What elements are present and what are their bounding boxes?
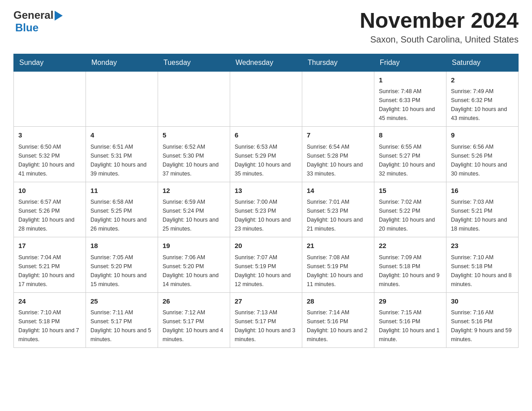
- calendar-cell: 12Sunrise: 6:59 AMSunset: 5:24 PMDayligh…: [158, 182, 230, 237]
- calendar-cell: [158, 71, 230, 127]
- day-number: 3: [18, 130, 81, 141]
- calendar-cell: [86, 71, 158, 127]
- calendar-cell: 27Sunrise: 7:13 AMSunset: 5:17 PMDayligh…: [230, 292, 302, 348]
- svg-marker-0: [55, 11, 63, 21]
- page-header: General Blue November 2024 Saxon, South …: [13, 9, 519, 45]
- day-number: 24: [18, 296, 81, 307]
- day-info: Sunrise: 6:55 AMSunset: 5:27 PMDaylight:…: [379, 142, 442, 178]
- calendar-cell: 23Sunrise: 7:10 AMSunset: 5:18 PMDayligh…: [446, 237, 519, 293]
- column-header-sunday: Sunday: [14, 54, 86, 71]
- calendar-cell: 3Sunrise: 6:50 AMSunset: 5:32 PMDaylight…: [14, 127, 86, 182]
- column-header-wednesday: Wednesday: [230, 54, 302, 71]
- day-info: Sunrise: 7:10 AMSunset: 5:18 PMDaylight:…: [18, 308, 81, 344]
- column-header-thursday: Thursday: [302, 54, 374, 71]
- day-number: 8: [379, 130, 442, 141]
- day-number: 17: [18, 241, 81, 251]
- day-number: 12: [163, 186, 225, 196]
- day-info: Sunrise: 7:15 AMSunset: 5:16 PMDaylight:…: [379, 308, 442, 344]
- day-info: Sunrise: 7:49 AMSunset: 6:32 PMDaylight:…: [451, 87, 514, 123]
- calendar-cell: 21Sunrise: 7:08 AMSunset: 5:19 PMDayligh…: [302, 237, 374, 293]
- day-info: Sunrise: 7:10 AMSunset: 5:18 PMDaylight:…: [451, 253, 514, 289]
- calendar-week-row: 17Sunrise: 7:04 AMSunset: 5:21 PMDayligh…: [14, 237, 519, 293]
- calendar-cell: [302, 71, 374, 127]
- day-info: Sunrise: 7:00 AMSunset: 5:23 PMDaylight:…: [235, 197, 297, 233]
- calendar-cell: 29Sunrise: 7:15 AMSunset: 5:16 PMDayligh…: [374, 292, 446, 348]
- calendar-cell: 14Sunrise: 7:01 AMSunset: 5:23 PMDayligh…: [302, 182, 374, 237]
- calendar-cell: 4Sunrise: 6:51 AMSunset: 5:31 PMDaylight…: [86, 127, 158, 182]
- calendar-cell: 15Sunrise: 7:02 AMSunset: 5:22 PMDayligh…: [374, 182, 446, 237]
- calendar-cell: 13Sunrise: 7:00 AMSunset: 5:23 PMDayligh…: [230, 182, 302, 237]
- calendar-table: SundayMondayTuesdayWednesdayThursdayFrid…: [13, 54, 519, 348]
- day-number: 23: [451, 241, 514, 251]
- day-number: 2: [451, 75, 514, 86]
- day-info: Sunrise: 6:59 AMSunset: 5:24 PMDaylight:…: [163, 197, 225, 233]
- day-number: 28: [307, 296, 369, 307]
- day-number: 29: [379, 296, 442, 307]
- day-number: 16: [451, 186, 514, 196]
- calendar-cell: 16Sunrise: 7:03 AMSunset: 5:21 PMDayligh…: [446, 182, 519, 237]
- calendar-cell: 18Sunrise: 7:05 AMSunset: 5:20 PMDayligh…: [86, 237, 158, 293]
- day-info: Sunrise: 7:06 AMSunset: 5:20 PMDaylight:…: [163, 253, 225, 289]
- day-number: 15: [379, 186, 442, 196]
- day-info: Sunrise: 6:56 AMSunset: 5:26 PMDaylight:…: [451, 142, 514, 178]
- month-title: November 2024: [360, 9, 519, 33]
- day-number: 18: [90, 241, 153, 251]
- day-info: Sunrise: 7:11 AMSunset: 5:17 PMDaylight:…: [90, 308, 153, 344]
- calendar-cell: 8Sunrise: 6:55 AMSunset: 5:27 PMDaylight…: [374, 127, 446, 182]
- calendar-cell: 9Sunrise: 6:56 AMSunset: 5:26 PMDaylight…: [446, 127, 519, 182]
- calendar-header-row: SundayMondayTuesdayWednesdayThursdayFrid…: [14, 54, 519, 71]
- calendar-cell: 5Sunrise: 6:52 AMSunset: 5:30 PMDaylight…: [158, 127, 230, 182]
- calendar-week-row: 24Sunrise: 7:10 AMSunset: 5:18 PMDayligh…: [14, 292, 519, 348]
- calendar-cell: [14, 71, 86, 127]
- day-number: 9: [451, 130, 514, 141]
- day-number: 14: [307, 186, 369, 196]
- calendar-week-row: 3Sunrise: 6:50 AMSunset: 5:32 PMDaylight…: [14, 127, 519, 182]
- day-number: 10: [18, 186, 81, 196]
- day-info: Sunrise: 6:53 AMSunset: 5:29 PMDaylight:…: [235, 142, 297, 178]
- calendar-cell: 1Sunrise: 7:48 AMSunset: 6:33 PMDaylight…: [374, 71, 446, 127]
- day-number: 26: [163, 296, 225, 307]
- day-info: Sunrise: 6:54 AMSunset: 5:28 PMDaylight:…: [307, 142, 369, 178]
- calendar-cell: 26Sunrise: 7:12 AMSunset: 5:17 PMDayligh…: [158, 292, 230, 348]
- calendar-cell: 20Sunrise: 7:07 AMSunset: 5:19 PMDayligh…: [230, 237, 302, 293]
- day-info: Sunrise: 7:12 AMSunset: 5:17 PMDaylight:…: [163, 308, 225, 344]
- day-number: 21: [307, 241, 369, 251]
- logo-triangle-icon: [55, 11, 63, 21]
- title-section: November 2024 Saxon, South Carolina, Uni…: [360, 9, 519, 45]
- logo-blue-text: Blue: [15, 21, 39, 34]
- logo: General Blue: [13, 9, 63, 34]
- day-number: 1: [379, 75, 442, 86]
- day-info: Sunrise: 6:52 AMSunset: 5:30 PMDaylight:…: [163, 142, 225, 178]
- calendar-cell: 25Sunrise: 7:11 AMSunset: 5:17 PMDayligh…: [86, 292, 158, 348]
- calendar-cell: 24Sunrise: 7:10 AMSunset: 5:18 PMDayligh…: [14, 292, 86, 348]
- day-number: 27: [235, 296, 297, 307]
- calendar-cell: 19Sunrise: 7:06 AMSunset: 5:20 PMDayligh…: [158, 237, 230, 293]
- day-number: 30: [451, 296, 514, 307]
- location-title: Saxon, South Carolina, United States: [360, 34, 519, 45]
- column-header-saturday: Saturday: [446, 54, 519, 71]
- column-header-monday: Monday: [86, 54, 158, 71]
- logo-general-text: General: [13, 9, 53, 21]
- calendar-cell: 7Sunrise: 6:54 AMSunset: 5:28 PMDaylight…: [302, 127, 374, 182]
- day-info: Sunrise: 7:48 AMSunset: 6:33 PMDaylight:…: [379, 87, 442, 123]
- day-number: 19: [163, 241, 225, 251]
- day-info: Sunrise: 7:05 AMSunset: 5:20 PMDaylight:…: [90, 253, 153, 289]
- day-info: Sunrise: 7:01 AMSunset: 5:23 PMDaylight:…: [307, 197, 369, 233]
- day-number: 7: [307, 130, 369, 141]
- day-info: Sunrise: 7:03 AMSunset: 5:21 PMDaylight:…: [451, 197, 514, 233]
- day-number: 11: [90, 186, 153, 196]
- day-info: Sunrise: 6:58 AMSunset: 5:25 PMDaylight:…: [90, 197, 153, 233]
- day-number: 6: [235, 130, 297, 141]
- day-number: 25: [90, 296, 153, 307]
- day-info: Sunrise: 6:51 AMSunset: 5:31 PMDaylight:…: [90, 142, 153, 178]
- calendar-cell: 22Sunrise: 7:09 AMSunset: 5:18 PMDayligh…: [374, 237, 446, 293]
- calendar-cell: 28Sunrise: 7:14 AMSunset: 5:16 PMDayligh…: [302, 292, 374, 348]
- day-info: Sunrise: 7:02 AMSunset: 5:22 PMDaylight:…: [379, 197, 442, 233]
- calendar-cell: 2Sunrise: 7:49 AMSunset: 6:32 PMDaylight…: [446, 71, 519, 127]
- calendar-week-row: 10Sunrise: 6:57 AMSunset: 5:26 PMDayligh…: [14, 182, 519, 237]
- day-info: Sunrise: 7:14 AMSunset: 5:16 PMDaylight:…: [307, 308, 369, 344]
- day-number: 22: [379, 241, 442, 251]
- day-info: Sunrise: 6:50 AMSunset: 5:32 PMDaylight:…: [18, 142, 81, 178]
- day-info: Sunrise: 7:09 AMSunset: 5:18 PMDaylight:…: [379, 253, 442, 289]
- day-number: 20: [235, 241, 297, 251]
